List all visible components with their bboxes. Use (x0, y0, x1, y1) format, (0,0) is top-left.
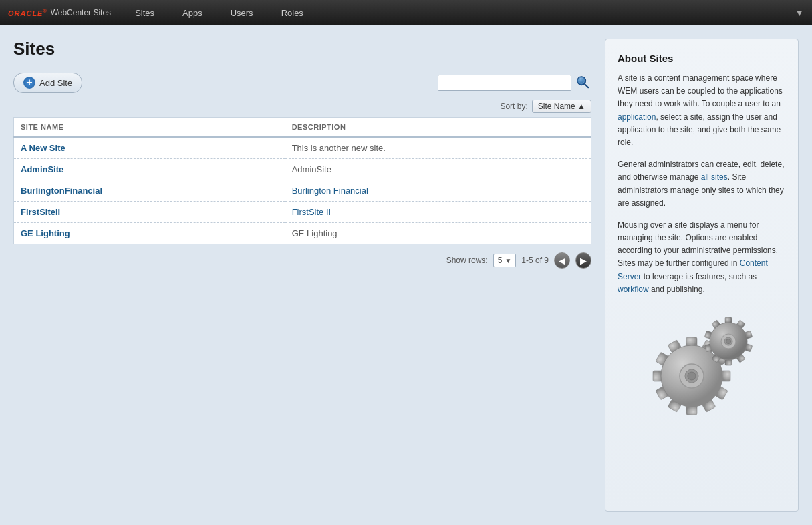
search-icon (575, 75, 590, 90)
add-site-label: Add Site (39, 78, 72, 88)
table-body: A New Site This is another new site. Adm… (14, 137, 591, 244)
table-row: GE Lighting GE Lighting (14, 223, 591, 244)
sort-label: Sort by: (500, 102, 527, 111)
about-paragraph-1: A site is a content management space whe… (618, 72, 786, 149)
page-title: Sites (13, 39, 591, 59)
nav-item-apps[interactable]: Apps (178, 5, 207, 21)
site-description-link[interactable]: Burlington Financial (292, 186, 368, 196)
site-name-link[interactable]: BurlingtonFinancial (21, 186, 102, 196)
nav-item-roles[interactable]: Roles (277, 5, 307, 21)
table-row: FirstSiteII FirstSite II (14, 202, 591, 223)
top-navigation: ORACLE® WebCenter Sites Sites Apps Users… (0, 0, 812, 25)
search-button[interactable] (574, 73, 591, 93)
next-page-button[interactable]: ▶ (575, 252, 591, 269)
show-rows-label: Show rows: (446, 256, 488, 265)
site-name-link[interactable]: GE Lighting (21, 228, 70, 238)
svg-line-1 (585, 84, 588, 88)
about-paragraph-2: General administrators can create, edit,… (618, 158, 786, 210)
site-description: AdminSite (292, 164, 331, 174)
prev-page-button[interactable]: ◀ (554, 252, 570, 269)
site-name-link[interactable]: FirstSiteII (21, 207, 60, 217)
brand-logo: ORACLE® WebCenter Sites (8, 8, 111, 17)
about-link-workflow[interactable]: workflow (618, 285, 649, 294)
sort-value: Site Name ▲ (538, 102, 585, 111)
search-input[interactable] (438, 75, 571, 91)
sort-button[interactable]: Site Name ▲ (532, 100, 591, 113)
toolbar: + Add Site (13, 73, 591, 93)
table-row: AdminSite AdminSite (14, 159, 591, 180)
about-title: About Sites (618, 53, 786, 64)
nav-item-users[interactable]: Users (227, 5, 257, 21)
sort-row: Sort by: Site Name ▲ (13, 100, 591, 113)
plus-icon: + (23, 77, 35, 89)
nav-items: Sites Apps Users Roles (131, 5, 795, 21)
table-row: BurlingtonFinancial Burlington Financial (14, 180, 591, 202)
table-header: SITE NAME DESCRIPTION (14, 118, 591, 138)
main-container: Sites + Add Site (0, 25, 812, 525)
sites-table: SITE NAME DESCRIPTION A New Site This is… (13, 117, 591, 244)
about-link-content-server[interactable]: Content Server (618, 258, 768, 281)
rows-value: 5 (498, 256, 503, 265)
search-area (438, 73, 591, 93)
nav-right: ▼ (795, 7, 804, 18)
right-panel: About Sites A site is a content manageme… (605, 39, 799, 512)
content-area: Sites + Add Site (13, 39, 591, 512)
site-name-link[interactable]: AdminSite (21, 164, 63, 174)
rows-dropdown-arrow: ▼ (505, 257, 511, 265)
svg-point-32 (726, 339, 731, 344)
nav-dropdown-icon[interactable]: ▼ (795, 7, 804, 18)
table-row: A New Site This is another new site. (14, 137, 591, 159)
svg-point-18 (688, 372, 696, 380)
col-site-name: SITE NAME (14, 118, 285, 138)
add-site-button[interactable]: + Add Site (13, 73, 82, 93)
page-info: 1-5 of 9 (521, 256, 549, 265)
about-paragraph-3: Mousing over a site displays a menu for … (618, 219, 786, 296)
about-link-application[interactable]: application (618, 112, 656, 122)
site-name-link[interactable]: A New Site (21, 143, 65, 153)
oracle-logo-text: ORACLE® (8, 9, 47, 17)
about-link-all-sites[interactable]: all sites (701, 172, 728, 182)
rows-select[interactable]: 5 ▼ (493, 254, 517, 267)
gears-svg (642, 309, 762, 416)
site-description-link[interactable]: FirstSite II (292, 207, 331, 217)
nav-item-sites[interactable]: Sites (131, 5, 158, 21)
product-name: WebCenter Sites (51, 8, 112, 17)
site-description: GE Lighting (292, 228, 337, 238)
col-description: DESCRIPTION (285, 118, 591, 138)
site-description: This is another new site. (292, 143, 386, 153)
pagination-row: Show rows: 5 ▼ 1-5 of 9 ◀ ▶ (13, 252, 591, 269)
gears-illustration (618, 309, 786, 416)
